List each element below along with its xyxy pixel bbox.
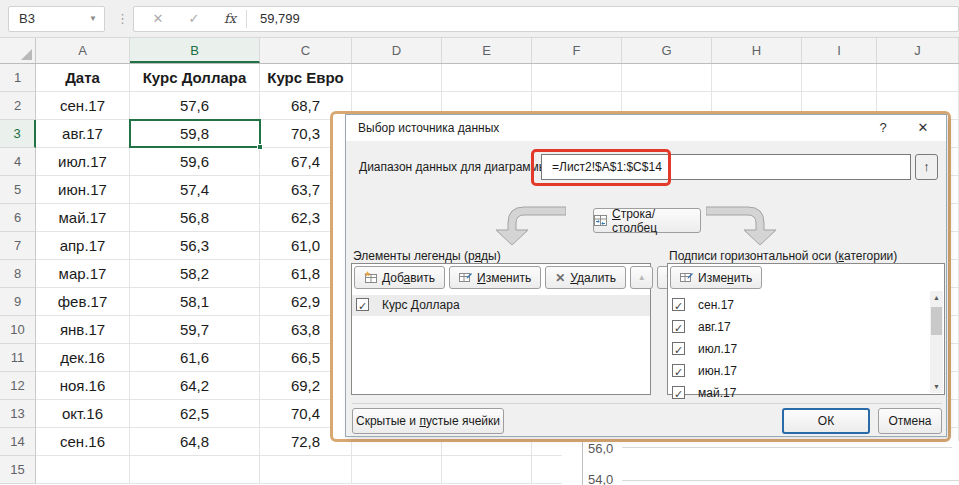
ok-button[interactable]: ОК (782, 408, 870, 434)
delete-series-button[interactable]: ✕ Удалить (545, 266, 626, 289)
row-header-15[interactable]: 15 (0, 456, 36, 484)
checkbox[interactable]: ✓ (672, 386, 685, 399)
category-item-row[interactable]: ✓июл.17 (668, 339, 944, 360)
column-header-C[interactable]: C (260, 38, 352, 63)
cell-B5[interactable]: 57,4 (130, 176, 260, 204)
switch-row-column-button[interactable]: Строка/столбец (593, 208, 701, 233)
collapse-dialog-button[interactable]: ↑ (915, 154, 938, 180)
cell-B13[interactable]: 62,5 (130, 400, 260, 428)
checkbox[interactable]: ✓ (672, 342, 685, 355)
column-header-A[interactable]: A (36, 38, 130, 63)
scroll-down-icon[interactable]: ▼ (930, 380, 943, 393)
fill-handle[interactable] (257, 144, 263, 150)
cell-B9[interactable]: 58,1 (130, 288, 260, 316)
cell-F1[interactable] (532, 64, 622, 92)
add-series-button[interactable]: Добавить (354, 266, 445, 289)
cell-B4[interactable]: 59,6 (130, 148, 260, 176)
cell-B6[interactable]: 56,8 (130, 204, 260, 232)
cell-B12[interactable]: 64,2 (130, 372, 260, 400)
category-item-row[interactable]: ✓авг.17 (668, 317, 944, 338)
formula-bar[interactable]: 59,799 (246, 7, 954, 31)
legend-item-row[interactable]: ✓Курс Доллара (352, 295, 650, 316)
name-box[interactable]: B3 ▼ (8, 6, 105, 32)
cell-E15[interactable] (442, 456, 532, 484)
column-header-H[interactable]: H (712, 38, 802, 63)
row-header-5[interactable]: 5 (0, 176, 36, 204)
cell-E1[interactable] (442, 64, 532, 92)
close-icon[interactable]: ✕ (908, 115, 938, 141)
column-header-J[interactable]: J (877, 38, 959, 63)
cell-I1[interactable] (802, 64, 877, 92)
cell-H1[interactable] (712, 64, 802, 92)
cell-C15[interactable] (260, 456, 352, 484)
edit-categories-button[interactable]: Изменить (670, 266, 762, 289)
cell-D1[interactable] (352, 64, 442, 92)
cell-A6[interactable]: май.17 (36, 204, 130, 232)
cell-A8[interactable]: мар.17 (36, 260, 130, 288)
category-item-row[interactable]: ✓июн.17 (668, 361, 944, 382)
column-header-G[interactable]: G (622, 38, 712, 63)
chevron-down-icon[interactable]: ▼ (89, 7, 97, 31)
row-header-12[interactable]: 12 (0, 372, 36, 400)
edit-series-button[interactable]: Изменить (449, 266, 541, 289)
cell-A5[interactable]: июн.17 (36, 176, 130, 204)
row-header-10[interactable]: 10 (0, 316, 36, 344)
row-header-6[interactable]: 6 (0, 204, 36, 232)
cell-B2[interactable]: 57,6 (130, 92, 260, 120)
scrollbar-thumb[interactable] (931, 307, 942, 335)
cancel-button[interactable]: Отмена (878, 408, 942, 434)
cell-B10[interactable]: 59,7 (130, 316, 260, 344)
enter-icon[interactable]: ✓ (182, 7, 206, 31)
cell-A7[interactable]: апр.17 (36, 232, 130, 260)
cell-A1[interactable]: Дата (36, 64, 130, 92)
cell-A2[interactable]: сен.17 (36, 92, 130, 120)
category-item-row[interactable]: ✓сен.17 (668, 295, 944, 316)
column-header-D[interactable]: D (352, 38, 442, 63)
cell-G1[interactable] (622, 64, 712, 92)
row-header-3[interactable]: 3 (0, 120, 36, 148)
column-header-B[interactable]: B (130, 38, 260, 63)
category-item-row[interactable]: ✓май.17 (668, 383, 944, 404)
cell-B15[interactable] (130, 456, 260, 484)
cell-B11[interactable]: 61,6 (130, 344, 260, 372)
cell-A12[interactable]: ноя.16 (36, 372, 130, 400)
cell-B7[interactable]: 56,3 (130, 232, 260, 260)
cell-B1[interactable]: Курс Доллара (130, 64, 260, 92)
cell-A9[interactable]: фев.17 (36, 288, 130, 316)
checkbox[interactable]: ✓ (672, 364, 685, 377)
row-header-14[interactable]: 14 (0, 428, 36, 456)
row-header-9[interactable]: 9 (0, 288, 36, 316)
row-header-7[interactable]: 7 (0, 232, 36, 260)
hidden-empty-cells-button[interactable]: Скрытые и пустые ячейки (352, 408, 504, 434)
row-header-4[interactable]: 4 (0, 148, 36, 176)
row-header-2[interactable]: 2 (0, 92, 36, 120)
help-button[interactable]: ? (870, 115, 896, 141)
checkbox[interactable]: ✓ (672, 298, 685, 311)
checkbox[interactable]: ✓ (356, 298, 369, 311)
cell-A13[interactable]: окт.16 (36, 400, 130, 428)
select-all-corner[interactable] (0, 38, 36, 63)
range-input[interactable]: =Лист2!$A$1:$C$14 (541, 154, 911, 180)
cell-J1[interactable] (877, 64, 959, 92)
row-header-1[interactable]: 1 (0, 64, 36, 92)
cell-A14[interactable]: сен.16 (36, 428, 130, 456)
cell-A3[interactable]: авг.17 (36, 120, 130, 148)
column-header-I[interactable]: I (802, 38, 877, 63)
column-header-F[interactable]: F (532, 38, 622, 63)
cell-A15[interactable] (36, 456, 130, 484)
dialog-titlebar[interactable]: Выбор источника данных ? ✕ (346, 115, 946, 141)
column-header-E[interactable]: E (442, 38, 532, 63)
row-header-11[interactable]: 11 (0, 344, 36, 372)
cancel-icon[interactable]: ✕ (146, 7, 170, 31)
move-up-button[interactable]: ▲ (630, 266, 653, 289)
chart-fragment[interactable]: 56,0 54,0 (562, 441, 959, 485)
cell-B14[interactable]: 64,8 (130, 428, 260, 456)
cell-A11[interactable]: дек.16 (36, 344, 130, 372)
row-header-13[interactable]: 13 (0, 400, 36, 428)
cell-A10[interactable]: янв.17 (36, 316, 130, 344)
checkbox[interactable]: ✓ (672, 320, 685, 333)
scrollbar[interactable]: ▲ ▼ (930, 291, 943, 393)
scroll-up-icon[interactable]: ▲ (930, 291, 943, 304)
cell-C1[interactable]: Курс Евро (260, 64, 352, 92)
row-header-8[interactable]: 8 (0, 260, 36, 288)
